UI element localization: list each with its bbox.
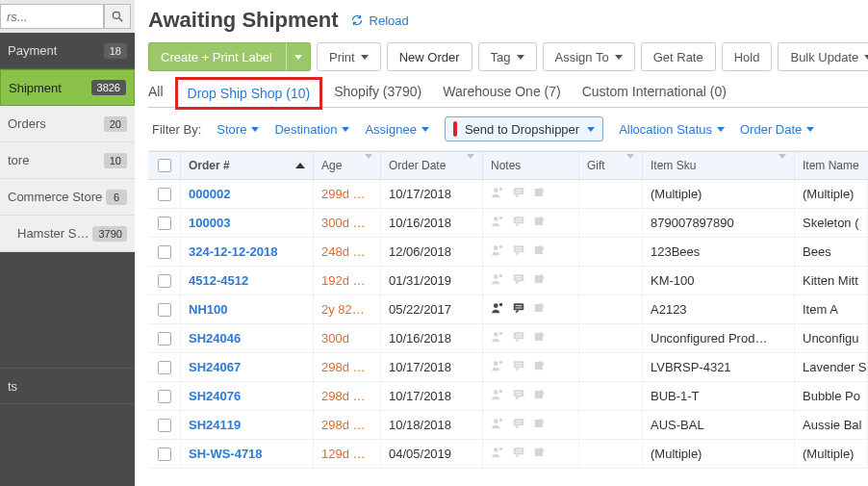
user-note-icon[interactable] <box>491 186 504 202</box>
edit-note-icon[interactable] <box>533 388 547 404</box>
row-select[interactable] <box>148 295 181 323</box>
order-link[interactable]: 4512-4512 <box>189 273 248 288</box>
store-tab[interactable]: Shopify (3790) <box>334 84 421 99</box>
edit-note-icon[interactable] <box>533 417 547 433</box>
filter-allocation-status[interactable]: Allocation Status <box>619 122 725 137</box>
edit-note-icon[interactable] <box>533 272 547 289</box>
search-button[interactable] <box>104 4 131 29</box>
store-tab[interactable]: Custom International (0) <box>582 84 727 99</box>
edit-note-icon[interactable] <box>533 359 547 375</box>
get-rate-button[interactable]: Get Rate <box>641 42 716 71</box>
filter-order-date[interactable]: Order Date <box>740 122 814 137</box>
user-note-icon[interactable] <box>491 446 504 462</box>
sidebar-item[interactable]: Commerce Store6 <box>0 179 135 216</box>
select-all-cell[interactable] <box>148 152 181 179</box>
col-gift[interactable]: Gift <box>579 152 643 179</box>
order-link[interactable]: SH24046 <box>189 331 241 345</box>
edit-note-icon[interactable] <box>533 301 547 318</box>
user-note-icon[interactable] <box>491 272 504 289</box>
user-note-icon[interactable] <box>491 359 504 375</box>
order-link[interactable]: 000002 <box>189 187 230 201</box>
user-note-icon[interactable] <box>491 243 504 260</box>
user-note-icon[interactable] <box>491 215 504 231</box>
store-tab[interactable]: All <box>148 84 164 99</box>
chat-note-icon[interactable] <box>512 388 525 404</box>
row-select[interactable] <box>148 209 181 237</box>
chat-note-icon[interactable] <box>512 359 525 375</box>
edit-note-icon[interactable] <box>533 243 547 260</box>
row-select[interactable] <box>148 267 181 294</box>
assign-to-button[interactable]: Assign To <box>543 42 635 71</box>
user-note-icon[interactable] <box>491 417 504 433</box>
print-button[interactable]: Print <box>317 42 381 71</box>
store-tab[interactable]: Warehouse One (7) <box>443 84 560 99</box>
user-note-icon[interactable] <box>491 301 504 318</box>
search-input[interactable] <box>0 4 104 29</box>
reload-label: Reload <box>370 13 409 28</box>
row-select[interactable] <box>148 440 181 468</box>
order-link[interactable]: SH24067 <box>189 360 241 374</box>
store-tab[interactable]: Drop Ship Shop (10) <box>175 77 323 110</box>
sidebar-item[interactable]: Payment18 <box>0 33 135 69</box>
table-row[interactable]: 4512-4512192d …01/31/2019KM-100Kitten Mi… <box>148 267 868 295</box>
reload-link[interactable]: Reload <box>350 13 409 28</box>
new-order-button[interactable]: New Order <box>387 42 472 71</box>
tag-button[interactable]: Tag <box>478 42 537 71</box>
chat-note-icon[interactable] <box>512 417 525 433</box>
row-select[interactable] <box>148 324 181 352</box>
chat-note-icon[interactable] <box>512 330 525 346</box>
user-note-icon[interactable] <box>491 330 504 346</box>
edit-note-icon[interactable] <box>533 215 547 231</box>
table-row[interactable]: SH24067298d …10/17/2018LVBRSP-4321Lavend… <box>148 353 868 382</box>
col-order-date[interactable]: Order Date <box>381 152 483 179</box>
table-row[interactable]: SH24076298d …10/17/2018BUB-1-TBubble Po <box>148 382 868 411</box>
create-print-label-button[interactable]: Create + Print Label <box>148 42 286 71</box>
order-link[interactable]: NH100 <box>189 302 227 317</box>
order-link[interactable]: SH24119 <box>189 418 241 432</box>
order-link[interactable]: 324-12-12-2018 <box>189 244 278 259</box>
filter-send-to-dropshipper[interactable]: Send to Dropshipper <box>445 116 603 141</box>
create-print-label-dropdown[interactable] <box>286 42 311 71</box>
order-link[interactable]: SH24076 <box>189 389 241 403</box>
table-row[interactable]: 100003300d …10/16/2018879007897890Skelet… <box>148 209 868 238</box>
filter-assignee[interactable]: Assignee <box>365 122 428 137</box>
order-link[interactable]: 100003 <box>189 216 230 230</box>
col-item-sku[interactable]: Item Sku <box>643 152 795 179</box>
table-row[interactable]: SH24119298d …10/18/2018AUS-BALAussie Bal <box>148 411 868 440</box>
table-row[interactable]: SH24046300d10/16/2018Unconfigured Prod…U… <box>148 324 868 353</box>
sidebar-item-bottom[interactable]: ts <box>0 368 135 404</box>
chat-note-icon[interactable] <box>512 301 525 318</box>
chat-note-icon[interactable] <box>512 446 525 462</box>
col-item-name[interactable]: Item Name <box>795 152 868 179</box>
table-row[interactable]: NH1002y 82…05/22/2017A2123Item A <box>148 295 868 324</box>
row-select[interactable] <box>148 353 181 381</box>
edit-note-icon[interactable] <box>533 186 547 202</box>
hold-button[interactable]: Hold <box>722 42 773 71</box>
table-row[interactable]: 000002299d …10/17/2018(Multiple)(Multipl… <box>148 180 868 209</box>
edit-note-icon[interactable] <box>533 446 547 462</box>
edit-note-icon[interactable] <box>533 330 547 346</box>
table-row[interactable]: SH-WS-4718129d …04/05/2019(Multiple)(Mul… <box>148 440 868 469</box>
col-notes[interactable]: Notes <box>483 152 579 179</box>
order-link[interactable]: SH-WS-4718 <box>189 447 263 461</box>
sidebar-item[interactable]: Orders20 <box>0 106 135 142</box>
sidebar-item[interactable]: tore10 <box>0 142 135 179</box>
chat-note-icon[interactable] <box>512 272 525 289</box>
row-select[interactable] <box>148 238 181 266</box>
sidebar-item[interactable]: Shipment3826 <box>0 69 135 106</box>
bulk-update-button[interactable]: Bulk Update <box>778 42 868 71</box>
row-select[interactable] <box>148 382 181 410</box>
filter-store[interactable]: Store <box>217 122 259 137</box>
cell-date: 10/18/2018 <box>381 411 483 439</box>
chat-note-icon[interactable] <box>512 243 525 260</box>
chat-note-icon[interactable] <box>512 215 525 231</box>
user-note-icon[interactable] <box>491 388 504 404</box>
row-select[interactable] <box>148 180 181 208</box>
filter-destination[interactable]: Destination <box>274 122 349 137</box>
col-order-number[interactable]: Order # <box>181 152 314 179</box>
row-select[interactable] <box>148 411 181 439</box>
table-row[interactable]: 324-12-12-2018248d …12/06/2018123BeesBee… <box>148 238 868 267</box>
col-age[interactable]: Age <box>314 152 381 179</box>
chat-note-icon[interactable] <box>512 186 525 202</box>
sidebar-item[interactable]: Hamster Sh…3790 <box>0 216 135 252</box>
